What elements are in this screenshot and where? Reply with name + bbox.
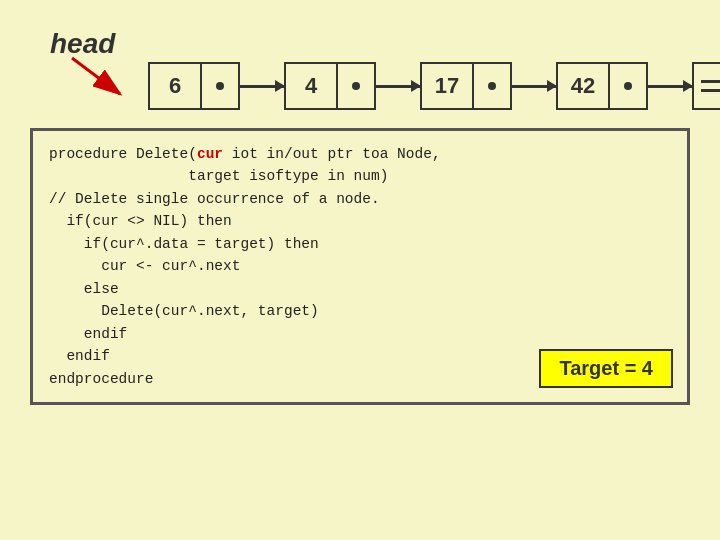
null-marker	[694, 80, 720, 92]
code-line-1: procedure Delete(cur iot in/out ptr toa …	[49, 146, 441, 387]
null-line-1	[701, 80, 720, 83]
svg-line-1	[72, 58, 120, 94]
null-line-2	[701, 89, 720, 92]
main-container: head 6	[0, 0, 720, 540]
arrow-4	[648, 62, 692, 110]
node-42-value: 42	[558, 62, 610, 110]
pointer-dot-4	[624, 82, 632, 90]
pointer-dot-3	[488, 82, 496, 90]
code-box: procedure Delete(cur iot in/out ptr toa …	[30, 128, 690, 405]
node-6-value: 6	[150, 62, 202, 110]
terminal-node	[692, 62, 720, 110]
node-17-pointer	[474, 62, 510, 110]
linked-list-row: 6 4 17	[148, 62, 720, 110]
head-label: head	[50, 28, 115, 60]
node-6-pointer	[202, 62, 238, 110]
node-42: 42	[556, 62, 648, 110]
node-17: 17	[420, 62, 512, 110]
node-42-pointer	[610, 62, 646, 110]
arrow-line-3	[512, 85, 556, 88]
arrow-1	[240, 62, 284, 110]
target-badge: Target = 4	[539, 349, 673, 388]
pointer-dot-2	[352, 82, 360, 90]
node-4: 4	[284, 62, 376, 110]
arrow-2	[376, 62, 420, 110]
node-4-value: 4	[286, 62, 338, 110]
node-6: 6	[148, 62, 240, 110]
arrow-line-1	[240, 85, 284, 88]
arrow-line-2	[376, 85, 420, 88]
arrow-3	[512, 62, 556, 110]
pointer-dot	[216, 82, 224, 90]
node-4-pointer	[338, 62, 374, 110]
node-17-value: 17	[422, 62, 474, 110]
arrow-line-4	[648, 85, 692, 88]
